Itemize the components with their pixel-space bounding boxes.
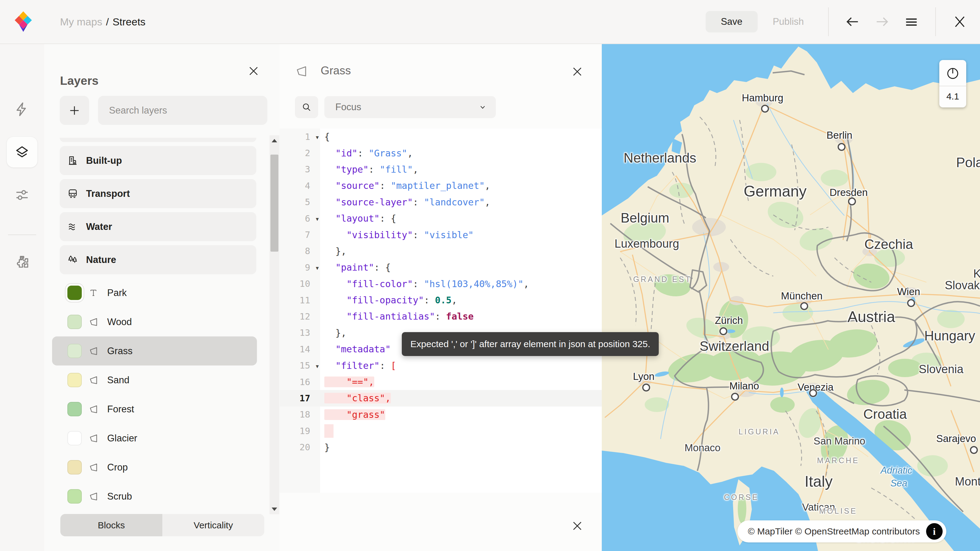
- layer-color-swatch[interactable]: [67, 286, 82, 300]
- tab-blocks[interactable]: Blocks: [60, 514, 162, 536]
- fold-spacer: [310, 381, 324, 383]
- scroll-up-button[interactable]: [269, 135, 279, 146]
- code-line-12[interactable]: 12 "fill-antialias": false: [280, 308, 602, 324]
- scroll-down-button[interactable]: [269, 504, 279, 514]
- layer-item-glacier[interactable]: Glacier: [52, 424, 257, 453]
- line-number: 19: [280, 426, 310, 436]
- info-icon[interactable]: i: [926, 523, 943, 540]
- layer-item-nature[interactable]: Nature: [60, 245, 256, 274]
- layer-item-park[interactable]: Park: [52, 278, 257, 307]
- layer-color-swatch[interactable]: [67, 373, 82, 387]
- layer-color-swatch[interactable]: [67, 402, 82, 416]
- code-line-18[interactable]: 18 "grass": [280, 407, 602, 423]
- layer-item-transport[interactable]: Transport: [60, 179, 256, 208]
- search-layers-input[interactable]: [98, 96, 267, 125]
- layer-color-swatch[interactable]: [67, 431, 82, 445]
- save-button[interactable]: Save: [706, 11, 758, 32]
- editor-bottom-close-button[interactable]: [569, 517, 586, 535]
- code-line-8[interactable]: 8 },: [280, 243, 602, 259]
- layer-color-swatch[interactable]: [67, 315, 82, 329]
- layer-item-forest[interactable]: Forest: [52, 395, 257, 424]
- menu-button[interactable]: [897, 7, 926, 37]
- layer-color-swatch[interactable]: [67, 460, 82, 475]
- map-label: Belgium: [621, 210, 670, 225]
- map-label: GRAND EST: [633, 275, 692, 284]
- fold-toggle-icon[interactable]: ▾: [310, 214, 324, 222]
- fold-toggle-icon[interactable]: ▾: [310, 133, 324, 141]
- code-text: "visibility": "visible": [324, 230, 474, 240]
- fold-spacer: [310, 250, 324, 252]
- code-line-3[interactable]: 3 "type": "fill",: [280, 161, 602, 178]
- topbar-divider: [935, 7, 936, 36]
- rail-item-actions[interactable]: [7, 94, 37, 125]
- line-number: 10: [280, 279, 310, 289]
- fold-spacer: [310, 349, 324, 350]
- rail-item-layers[interactable]: [7, 137, 37, 167]
- line-number: 12: [280, 311, 310, 322]
- rail-item-plugins[interactable]: [7, 246, 37, 277]
- flash-icon: [14, 101, 30, 117]
- undo-button[interactable]: [838, 7, 867, 37]
- rail-item-settings[interactable]: [7, 180, 37, 210]
- layer-label: Transport: [86, 188, 130, 199]
- map-canvas[interactable]: NetherlandsGermanyBelgiumLuxembourgCzech…: [602, 43, 980, 551]
- publish-button[interactable]: Publish: [758, 11, 819, 32]
- map-label: München: [781, 290, 822, 302]
- add-layer-button[interactable]: [60, 96, 89, 125]
- fold-spacer: [310, 169, 324, 170]
- json-code-editor[interactable]: 1▾{2 "id": "Grass",3 "type": "fill",4 "s…: [280, 129, 602, 493]
- code-text: "==",: [324, 376, 374, 387]
- code-line-7[interactable]: 7 "visibility": "visible": [280, 227, 602, 243]
- maptiler-logo-icon[interactable]: [14, 11, 32, 32]
- map-dial-button[interactable]: [939, 60, 966, 86]
- layer-item-sand[interactable]: Sand: [52, 365, 257, 395]
- layer-item-wood[interactable]: Wood: [52, 307, 257, 337]
- code-line-9[interactable]: 9▾ "paint": {: [280, 259, 602, 275]
- layer-color-swatch[interactable]: [67, 344, 82, 358]
- focus-dropdown[interactable]: Focus: [324, 96, 496, 118]
- code-line-11[interactable]: 11 "fill-opacity": 0.5,: [280, 292, 602, 308]
- code-text: }: [324, 442, 330, 453]
- layer-label: Water: [86, 221, 112, 232]
- code-line-4[interactable]: 4 "source": "maptiler_planet",: [280, 178, 602, 194]
- redo-button[interactable]: [867, 7, 897, 37]
- breadcrumb-my-maps[interactable]: My maps: [60, 16, 102, 28]
- close-editor-button[interactable]: [945, 7, 975, 37]
- layer-label: Scrub: [107, 491, 132, 502]
- layer-item-water[interactable]: Water: [60, 212, 256, 241]
- map-label: Hungary: [924, 328, 975, 343]
- map-label: Lyon: [633, 371, 654, 382]
- tab-verticality[interactable]: Verticality: [162, 514, 264, 536]
- layer-label: Wood: [107, 316, 132, 327]
- layer-color-swatch[interactable]: [67, 489, 82, 503]
- line-number: 11: [280, 295, 310, 305]
- code-line-6[interactable]: 6▾ "layout": {: [280, 210, 602, 227]
- editor-close-button[interactable]: [569, 63, 586, 80]
- code-line-20[interactable]: 20}: [280, 439, 602, 455]
- tune-icon: [14, 187, 30, 203]
- map-label: Croatia: [863, 407, 907, 422]
- code-line-5[interactable]: 5 "source-layer": "landcover",: [280, 194, 602, 210]
- fold-toggle-icon[interactable]: ▾: [310, 362, 324, 370]
- code-line-19[interactable]: 19: [280, 423, 602, 439]
- code-line-10[interactable]: 10 "fill-color": "hsl(103,40%,85%)",: [280, 276, 602, 292]
- code-line-2[interactable]: 2 "id": "Grass",: [280, 145, 602, 161]
- code-line-15[interactable]: 15▾ "filter": [: [280, 357, 602, 373]
- code-line-17[interactable]: 17 "class",: [280, 390, 602, 406]
- layers-scrollbar[interactable]: [269, 135, 279, 514]
- layer-item-built-up[interactable]: Built-up: [60, 146, 256, 175]
- layer-item-grass[interactable]: Grass: [52, 337, 257, 365]
- editor-search-button[interactable]: [295, 96, 318, 118]
- map-zoom-widget[interactable]: 4.1: [939, 60, 966, 108]
- layer-item-crop[interactable]: Crop: [52, 453, 257, 482]
- code-line-1[interactable]: 1▾{: [280, 129, 602, 145]
- layer-item-scrub[interactable]: Scrub: [52, 482, 257, 511]
- scrollbar-thumb[interactable]: [270, 155, 278, 252]
- attribution-text[interactable]: © MapTiler © OpenStreetMap contributors: [748, 526, 920, 537]
- map-label: Slovakia: [945, 279, 980, 292]
- zoom-level-value: 4.1: [939, 86, 966, 106]
- code-line-16[interactable]: 16 "==",: [280, 374, 602, 390]
- layers-panel-close-button[interactable]: [245, 62, 262, 79]
- fold-toggle-icon[interactable]: ▾: [310, 263, 324, 272]
- layers-icon: [14, 144, 30, 160]
